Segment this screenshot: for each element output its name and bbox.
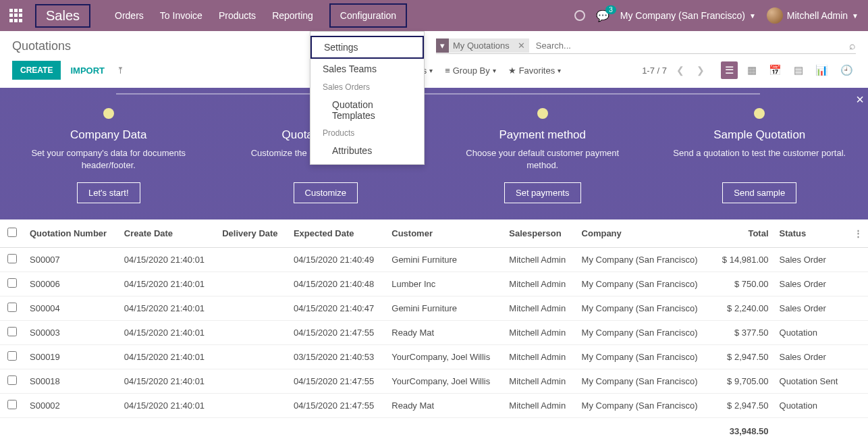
import-button[interactable]: IMPORT [70, 66, 105, 76]
search-icon[interactable]: ⌕ [849, 40, 856, 52]
configuration-dropdown: Settings Sales Teams Sales Orders Quotat… [310, 31, 425, 165]
onboard-step-button[interactable]: Send sample [722, 182, 796, 203]
cell-total: $ 2,240.00 [713, 296, 774, 321]
select-all-checkbox[interactable] [7, 228, 17, 237]
cell-number: S00002 [24, 394, 119, 418]
onboard-step-button[interactable]: Customize [294, 182, 358, 203]
onboard-progress-line [116, 93, 760, 95]
search-bar: ▾ My Quotations ✕ ⌕ [436, 38, 856, 54]
onboard-dot [537, 108, 548, 119]
row-checkbox[interactable] [7, 351, 17, 361]
cell-options [848, 394, 868, 418]
view-kanban-icon[interactable]: ▦ [744, 61, 759, 79]
cell-salesperson: Mitchell Admin [504, 248, 576, 272]
chat-badge: 3 [605, 5, 616, 14]
col-salesperson[interactable]: Salesperson [504, 219, 576, 248]
cell-delivery [217, 296, 288, 321]
menu-to-invoice[interactable]: To Invoice [160, 5, 202, 26]
groupby-button[interactable]: ≡Group By ▾ [445, 66, 496, 76]
cell-total: $ 2,947.50 [713, 394, 774, 418]
view-activity-icon[interactable]: 🕘 [838, 61, 856, 79]
col-customer[interactable]: Customer [386, 219, 504, 248]
menu-products[interactable]: Products [219, 5, 256, 26]
caret-down-icon: ▼ [852, 12, 859, 20]
menu-reporting[interactable]: Reporting [272, 5, 313, 26]
menu-configuration[interactable]: Configuration [329, 3, 407, 28]
search-input[interactable] [533, 38, 845, 53]
view-pivot-icon[interactable]: ▤ [791, 61, 806, 79]
filter-chip-remove[interactable]: ✕ [514, 38, 529, 53]
col-expected[interactable]: Expected Date [288, 219, 386, 248]
create-button[interactable]: CREATE [12, 61, 61, 80]
dd-quotation-templates[interactable]: Quotation Templates [310, 95, 424, 125]
cell-customer: YourCompany, Joel Willis [386, 369, 504, 394]
avatar [767, 7, 783, 24]
view-list-icon[interactable]: ☰ [721, 61, 738, 79]
onboard-step-desc: Send a quotation to test the customer po… [672, 147, 847, 172]
user-menu[interactable]: Mitchell Admin▼ [767, 7, 859, 24]
company-switcher[interactable]: My Company (San Francisco)▼ [620, 10, 756, 21]
dd-attributes[interactable]: Attributes [310, 141, 424, 160]
cell-create: 04/15/2020 21:40:01 [119, 345, 217, 369]
cell-expected: 04/15/2020 21:47:55 [288, 321, 386, 345]
dd-sales-teams[interactable]: Sales Teams [310, 59, 424, 79]
col-status[interactable]: Status [774, 219, 848, 248]
col-delivery[interactable]: Delivery Date [217, 219, 288, 248]
pager-prev[interactable]: ❮ [674, 65, 687, 76]
dd-header-products: Products [310, 125, 424, 141]
cell-status: Sales Order [774, 248, 848, 272]
cell-company: My Company (San Francisco) [576, 248, 713, 272]
upload-icon[interactable]: ⤒ [117, 66, 124, 76]
row-checkbox[interactable] [7, 303, 17, 312]
company-label: My Company (San Francisco) [620, 10, 745, 21]
app-brand[interactable]: Sales [35, 4, 90, 28]
row-checkbox[interactable] [7, 375, 17, 385]
cell-delivery [217, 345, 288, 369]
row-checkbox[interactable] [7, 400, 17, 409]
list-icon: ≡ [445, 66, 450, 76]
cell-number: S00019 [24, 345, 119, 369]
cell-options [848, 321, 868, 345]
table-row[interactable]: S0001804/15/2020 21:40:0104/15/2020 21:4… [0, 369, 868, 394]
table-row[interactable]: S0000404/15/2020 21:40:0104/15/2020 21:4… [0, 296, 868, 321]
onboard-close-button[interactable]: × [852, 92, 868, 107]
activity-icon[interactable] [574, 10, 585, 21]
cell-total: $ 2,947.50 [713, 345, 774, 369]
table-row[interactable]: S0000304/15/2020 21:40:0104/15/2020 21:4… [0, 321, 868, 345]
table-row[interactable]: S0000204/15/2020 21:40:0104/15/2020 21:4… [0, 394, 868, 418]
apps-icon[interactable] [9, 9, 23, 22]
filter-icon: ▾ [436, 38, 449, 53]
onboard-step-desc: Set your company's data for documents he… [21, 147, 196, 172]
view-calendar-icon[interactable]: 📅 [766, 61, 784, 79]
cell-status: Quotation [774, 321, 848, 345]
col-number[interactable]: Quotation Number [24, 219, 119, 248]
col-create[interactable]: Create Date [119, 219, 217, 248]
dd-settings[interactable]: Settings [310, 36, 424, 59]
table-row[interactable]: S0001904/15/2020 21:40:0103/15/2020 21:4… [0, 345, 868, 369]
col-company[interactable]: Company [576, 219, 713, 248]
table-row[interactable]: S0000704/15/2020 21:40:0104/15/2020 21:4… [0, 248, 868, 272]
view-graph-icon[interactable]: 📊 [813, 61, 831, 79]
favorites-button[interactable]: ★Favorites ▾ [508, 66, 561, 76]
cell-expected: 04/15/2020 21:47:55 [288, 369, 386, 394]
pager-range[interactable]: 1-7 / 7 [642, 66, 667, 76]
cell-expected: 04/15/2020 21:40:47 [288, 296, 386, 321]
onboard-step-button[interactable]: Set payments [504, 182, 581, 203]
cell-salesperson: Mitchell Admin [504, 296, 576, 321]
star-icon: ★ [508, 66, 516, 76]
menu-orders[interactable]: Orders [115, 5, 144, 26]
row-checkbox[interactable] [7, 278, 17, 288]
onboard-step-button[interactable]: Let's start! [77, 182, 140, 203]
cell-customer: Ready Mat [386, 321, 504, 345]
row-checkbox[interactable] [7, 254, 17, 263]
messaging-icon[interactable]: 💬3 [596, 9, 609, 22]
col-total[interactable]: Total [713, 219, 774, 248]
row-checkbox[interactable] [7, 327, 17, 336]
cell-customer: Gemini Furniture [386, 248, 504, 272]
cell-salesperson: Mitchell Admin [504, 369, 576, 394]
cell-status: Sales Order [774, 272, 848, 296]
cell-total: $ 377.50 [713, 321, 774, 345]
col-options[interactable]: ⋮ [848, 219, 868, 248]
table-row[interactable]: S0000604/15/2020 21:40:0104/15/2020 21:4… [0, 272, 868, 296]
pager-next[interactable]: ❯ [694, 65, 707, 76]
